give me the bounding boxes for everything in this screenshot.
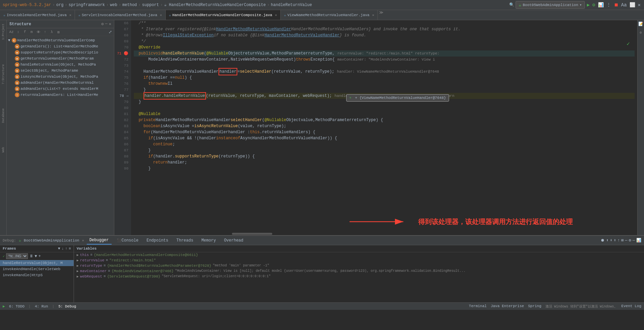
var-webrequest[interactable]: ▶ webRequest = {ServletWebRequest@7390} … bbox=[74, 274, 644, 279]
more-run-button[interactable]: ⋮ bbox=[606, 1, 612, 8]
translate-button[interactable]: Aa bbox=[620, 2, 628, 8]
database-tab[interactable]: Database bbox=[1, 106, 6, 125]
tree-item-isasync[interactable]: m isAsyncReturnValue(Object, MethodPa bbox=[7, 74, 114, 80]
frames-up-icon[interactable]: ↑ bbox=[65, 247, 68, 251]
breadcrumb-class[interactable]: ☕ HandlerMethodReturnValueHandlerComposi… bbox=[164, 2, 266, 7]
right-sidebar-icon1[interactable]: 📝 bbox=[638, 22, 643, 27]
var-this[interactable]: ▶ this = {HandlerMethodReturnValueHandle… bbox=[74, 252, 644, 258]
tab-composite-close[interactable]: ✕ bbox=[275, 13, 277, 17]
tab-viewname-close[interactable]: ✕ bbox=[372, 13, 374, 17]
status-spring[interactable]: Spring bbox=[528, 304, 541, 309]
debug-toolbar-icon7[interactable]: — bbox=[625, 238, 627, 243]
status-run[interactable]: 4: Run bbox=[35, 304, 48, 308]
status-play-icon[interactable]: ▶ bbox=[3, 304, 5, 308]
memory-tab[interactable]: Memory bbox=[199, 237, 218, 244]
inherited-icon[interactable]: ↑ bbox=[42, 29, 48, 35]
nav-search-icon[interactable]: 🔍 bbox=[509, 2, 514, 7]
tab-servlet-close[interactable]: ✕ bbox=[160, 13, 162, 17]
tab-composite[interactable]: ☕ HandlerMethodReturnValueHandlerComposi… bbox=[166, 10, 281, 20]
overhead-tab[interactable]: Overhead bbox=[221, 237, 246, 244]
var-this-expand[interactable]: ▶ bbox=[77, 253, 79, 257]
show-fields-icon[interactable]: f bbox=[22, 29, 28, 35]
var-returnvalue-expand[interactable]: ▶ bbox=[77, 258, 79, 262]
tabs-overflow-icon[interactable]: ≫ bbox=[379, 10, 384, 20]
debug-toolbar-icon2[interactable]: ⬆ bbox=[606, 238, 608, 243]
debug-toolbar-icon8[interactable]: ⚙ bbox=[629, 238, 631, 243]
status-java[interactable]: Java Enterprise bbox=[491, 304, 524, 309]
thread-add-icon[interactable]: + bbox=[38, 254, 41, 259]
anon-icon[interactable]: λ bbox=[49, 29, 54, 35]
tree-item-addhandler[interactable]: m addHandler(HandlerMethodReturnVal bbox=[7, 80, 114, 86]
thread-filter-icon[interactable]: ▼ bbox=[35, 254, 37, 259]
sort-icon[interactable]: ↕ bbox=[15, 29, 21, 35]
debug-toolbar-icon6[interactable]: ⊞ bbox=[621, 238, 623, 243]
run-button[interactable]: ▶ bbox=[586, 1, 590, 8]
thread-selector[interactable]: *ht...ING bbox=[6, 253, 28, 259]
tree-item-gethandlers[interactable]: m getHandlers(): List<HandlerMethodRe bbox=[7, 43, 114, 49]
expand-all-icon[interactable]: ⊞ bbox=[56, 29, 61, 35]
structure-minus-icon[interactable]: ─ bbox=[105, 22, 108, 27]
tree-item-returnvaluehandlers[interactable]: ! returnValueHandlers: List<HandlerMe bbox=[7, 92, 114, 98]
scrollbar-thumb[interactable] bbox=[232, 233, 272, 235]
var-returntype-expand[interactable]: ▶ bbox=[77, 264, 79, 268]
frames-sort-icon[interactable]: ≡ bbox=[69, 247, 71, 251]
visibility-icon[interactable]: 👁 bbox=[36, 29, 41, 35]
structure-settings-icon[interactable]: ⚙ bbox=[101, 22, 104, 27]
line-71[interactable]: 71 🔴 bbox=[114, 50, 131, 57]
tree-item-select[interactable]: m selectObject, MethodParame bbox=[7, 68, 114, 74]
status-debug[interactable]: 5: Debug bbox=[58, 304, 76, 308]
debug-button[interactable]: ⚙ bbox=[592, 1, 596, 8]
frame-invoke-https[interactable]: invokeHandle(HttpS bbox=[0, 272, 74, 278]
debug-app-close[interactable]: ✕ bbox=[82, 239, 84, 243]
structure-tab-vert[interactable]: 7:Structure bbox=[1, 62, 6, 86]
project-tab[interactable]: 1:Project bbox=[1, 22, 6, 42]
var-returnvalue[interactable]: ▶ returnValue = "redirect:/main.html" bbox=[74, 258, 644, 263]
debug-toolbar-icon1[interactable]: ⏺ bbox=[601, 238, 605, 243]
maximize-button[interactable]: ⬜ bbox=[629, 1, 636, 8]
debugger-tab[interactable]: Debugger bbox=[87, 236, 112, 245]
var-mavcontainer[interactable]: ▶ mavContainer = {ModelAndViewContainer@… bbox=[74, 268, 644, 274]
tab-invocable-close[interactable]: ✕ bbox=[69, 13, 71, 17]
status-todo[interactable]: 6: TODO bbox=[9, 304, 25, 308]
close-window-button[interactable]: ✕ bbox=[637, 1, 641, 8]
tab-viewname[interactable]: ☕ ViewNameMethodReturnValueHandler.java … bbox=[281, 10, 378, 20]
debug-panel-icon[interactable]: 📊 bbox=[636, 238, 641, 243]
sort-alpha-icon[interactable]: Az bbox=[9, 29, 14, 35]
console-tab[interactable]: ⬛Console bbox=[114, 237, 141, 244]
horizontal-scrollbar[interactable] bbox=[131, 232, 631, 235]
status-event-log[interactable]: Event Log bbox=[621, 304, 641, 309]
var-returntype[interactable]: ▶ returnType = {HandlerMethod$ReturnValu… bbox=[74, 263, 644, 268]
debug-toolbar-icon3[interactable]: ⬇ bbox=[610, 238, 612, 243]
right-sidebar-icon2[interactable]: ⚙ bbox=[640, 31, 642, 35]
coverage-button[interactable]: 📊 bbox=[597, 1, 604, 8]
run-config[interactable]: ☕ Boot05WebAdminApplication ▾ bbox=[516, 1, 585, 9]
tab-servlet[interactable]: ☕ ServletInvocableHandlerMethod.java ✕ bbox=[75, 10, 166, 20]
show-methods-icon[interactable]: m bbox=[29, 29, 34, 35]
frame-invoke-handle[interactable]: invokeAndHandle(ServletWeb bbox=[0, 266, 74, 272]
tree-item-addhandlers[interactable]: m addHandlers(List<? extends HandlerM bbox=[7, 86, 114, 92]
frame-handle-return[interactable]: handleReturnValue(Object, M bbox=[0, 260, 74, 266]
frames-down-icon[interactable]: ↓ bbox=[62, 247, 64, 251]
var-webrequest-expand[interactable]: ▶ bbox=[77, 274, 79, 279]
structure-close-icon[interactable]: ✕ bbox=[109, 22, 111, 27]
var-mavcontainer-expand[interactable]: ▶ bbox=[77, 269, 79, 273]
debug-toolbar-icon4[interactable]: ⬆ bbox=[614, 238, 616, 243]
web-tab[interactable]: Web bbox=[1, 145, 6, 154]
threads-tab[interactable]: Threads bbox=[174, 237, 196, 244]
tree-root-expand[interactable]: ▼ bbox=[8, 38, 10, 42]
tab-invocable[interactable]: ☕ InvocableHandlerMethod.java ✕ bbox=[0, 10, 75, 20]
status-terminal[interactable]: Terminal bbox=[469, 304, 487, 309]
tree-item-supports[interactable]: m supportsReturnType(MethodDescriptio bbox=[7, 49, 114, 56]
debug-toolbar-icon5[interactable]: ↑ bbox=[617, 238, 620, 243]
stop-button[interactable]: ⏹ bbox=[613, 2, 619, 8]
frames-filter-icon[interactable]: ▼ bbox=[58, 247, 61, 251]
tree-root[interactable]: ▼ C HandlerMethodReturnValueHandlerComp bbox=[7, 37, 114, 43]
run-config-dropdown-icon[interactable]: ▾ bbox=[579, 3, 582, 7]
debug-toolbar-icon9[interactable]: ─ bbox=[633, 238, 635, 243]
expand-btn[interactable]: ⤢ bbox=[109, 30, 112, 35]
thread-pause-icon[interactable]: ⏸ bbox=[29, 254, 33, 259]
tree-item-get-handler[interactable]: m getReturnValueHandler(MethodParam bbox=[7, 56, 114, 62]
tree-item-handle[interactable]: m handleReturnValue(Object, MethodPa bbox=[7, 62, 114, 68]
endpoints-tab[interactable]: Endpoints bbox=[144, 237, 171, 244]
thread-group[interactable]: ✓ *ht...ING ⏸ ▼ + bbox=[0, 252, 74, 260]
